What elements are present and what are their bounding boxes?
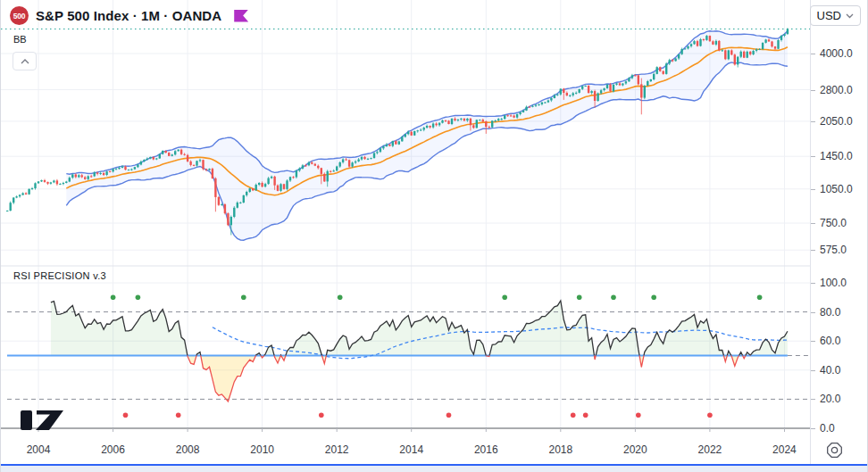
chevron-up-icon (21, 59, 29, 64)
settings-gear-icon (826, 442, 843, 459)
indicator-label-bb[interactable]: BB (13, 34, 27, 45)
rsi-axis-label: 20.0 (820, 392, 866, 406)
time-axis-label: 2024 (766, 443, 802, 456)
time-axis-label: 2004 (21, 443, 56, 456)
trading-chart-window: 500 S&P 500 Index · 1M · OANDA BB RSI PR… (0, 0, 868, 472)
price-axis[interactable]: 4000.02800.02050.01450.01050.0750.0575.0… (811, 0, 868, 464)
time-axis-label: 2010 (245, 443, 280, 456)
price-axis-tick (811, 250, 815, 251)
time-axis-label: 2012 (319, 443, 355, 456)
bollinger-bands (66, 31, 788, 240)
chevron-down-icon (846, 13, 854, 19)
rsi-axis-label: 60.0 (820, 334, 866, 348)
price-axis-tick (811, 370, 815, 371)
rsi-buy-signal-dot (338, 295, 343, 301)
price-axis-tick (811, 156, 815, 157)
rsi-axis-label: 0.0 (820, 421, 866, 435)
rsi-buy-signal-dot (241, 295, 246, 301)
price-axis-label: 4000.0 (820, 46, 866, 61)
rsi-buy-signal-dot (502, 295, 507, 301)
price-axis-label: 2800.0 (820, 83, 866, 97)
time-axis-label: 2022 (692, 443, 728, 456)
price-axis-tick (811, 90, 815, 91)
price-axis-tick (811, 428, 815, 429)
rsi-buy-signal-dot (651, 295, 656, 301)
symbol-title[interactable]: S&P 500 Index · 1M · OANDA (36, 8, 221, 23)
price-axis-tick (811, 189, 815, 190)
price-axis-tick (811, 223, 815, 224)
time-axis-label: 2016 (468, 443, 504, 456)
rsi-axis-label: 40.0 (820, 363, 866, 377)
rsi-buy-signal-dot (757, 295, 763, 301)
rsi-sell-signal-dot (123, 413, 129, 418)
price-axis-tick (811, 399, 815, 400)
price-axis-tick (811, 312, 815, 313)
rsi-buy-signal-dot (577, 295, 582, 301)
price-axis-label: 1050.0 (820, 182, 866, 196)
time-axis-label: 2018 (543, 443, 579, 456)
rsi-sell-signal-dot (319, 413, 324, 418)
currency-selector[interactable]: USD (810, 5, 861, 26)
rsi-buy-signal-dot (136, 295, 141, 301)
chart-canvas[interactable] (1, 0, 810, 464)
time-axis-label: 2014 (394, 443, 430, 456)
settings-icon[interactable] (826, 442, 843, 462)
time-axis-label: 2020 (617, 443, 653, 456)
flag-icon[interactable] (234, 10, 248, 22)
price-axis-label: 1450.0 (820, 149, 866, 163)
bottom-scrollbar[interactable] (1, 464, 868, 472)
rsi-pane (7, 295, 809, 418)
price-axis-tick (811, 121, 815, 122)
rsi-sell-signal-dot (583, 413, 588, 418)
indicator-label-rsi[interactable]: RSI PRECISION v.3 (13, 270, 106, 281)
price-axis-tick (811, 54, 815, 54)
candles (6, 28, 789, 235)
time-axis[interactable]: 2004200620082010201220142016201820202022… (1, 429, 810, 464)
collapse-pane-button[interactable] (13, 52, 37, 70)
rsi-buy-signal-dot (111, 295, 116, 301)
time-axis-label: 2008 (170, 443, 205, 456)
rsi-axis-label: 100.0 (820, 276, 866, 290)
rsi-sell-signal-dot (447, 413, 452, 418)
time-axis-label: 2006 (96, 443, 131, 456)
tradingview-logo[interactable] (19, 410, 69, 435)
rsi-sell-signal-dot (707, 413, 713, 418)
tradingview-logo-icon (19, 410, 69, 432)
price-axis-tick (811, 283, 815, 284)
symbol-logo: 500 (10, 6, 29, 25)
bollinger-fill (66, 31, 788, 240)
rsi-sell-signal-dot (176, 413, 181, 418)
symbol-header: 500 S&P 500 Index · 1M · OANDA (10, 6, 248, 25)
rsi-fill-above (51, 301, 788, 402)
price-axis-label: 2050.0 (820, 114, 866, 128)
rsi-buy-signal-dot (611, 295, 616, 301)
rsi-sell-signal-dot (571, 413, 576, 418)
currency-label: USD (817, 9, 841, 22)
rsi-axis-label: 80.0 (820, 305, 866, 319)
price-axis-label: 750.0 (820, 216, 866, 230)
price-axis-label: 575.0 (820, 243, 866, 257)
price-axis-tick (811, 341, 815, 342)
rsi-sell-signal-dot (636, 413, 641, 418)
